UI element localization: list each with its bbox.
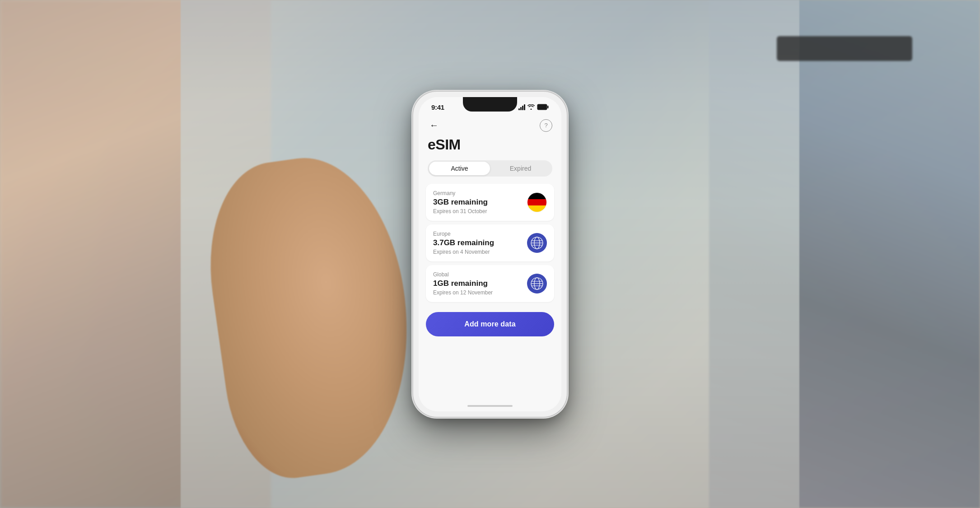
phone-screen: 9:41 [419, 97, 561, 411]
esim-card-global[interactable]: Global 1GB remaining Expires on 12 Novem… [426, 265, 554, 302]
signal-icon [518, 104, 525, 110]
add-more-data-button[interactable]: Add more data [426, 312, 554, 336]
background-sign [777, 36, 912, 61]
battery-icon [537, 104, 549, 110]
esim-info-germany: Germany 3GB remaining Expires on 31 Octo… [433, 190, 527, 214]
esim-expiry-global: Expires on 12 November [433, 289, 527, 296]
phone-body: 9:41 [413, 92, 567, 417]
help-icon: ? [544, 122, 547, 129]
phone-mockup: 9:41 [413, 92, 567, 417]
page-title: eSIM [419, 135, 561, 160]
esim-country-germany: Germany [433, 190, 527, 196]
esim-data-global: 1GB remaining [433, 279, 527, 288]
esim-country-europe: Europe [433, 231, 527, 237]
esim-data-germany: 3GB remaining [433, 198, 527, 207]
esim-expiry-europe: Expires on 4 November [433, 249, 527, 255]
tab-switcher: Active Expired [428, 160, 552, 177]
esim-info-europe: Europe 3.7GB remaining Expires on 4 Nove… [433, 231, 527, 255]
status-icons [518, 104, 549, 110]
tab-active[interactable]: Active [429, 162, 490, 175]
svg-rect-1 [547, 106, 549, 108]
back-button[interactable]: ← [428, 119, 440, 132]
esim-info-global: Global 1GB remaining Expires on 12 Novem… [433, 271, 527, 296]
esim-country-global: Global [433, 271, 527, 278]
phone-notch [463, 97, 517, 112]
tab-expired[interactable]: Expired [490, 162, 551, 175]
esim-card-europe[interactable]: Europe 3.7GB remaining Expires on 4 Nove… [426, 224, 554, 261]
wifi-icon [527, 104, 535, 110]
status-time: 9:41 [431, 103, 444, 111]
back-arrow-icon: ← [429, 120, 439, 130]
nav-bar: ← ? [419, 115, 561, 135]
germany-flag-icon [527, 192, 547, 212]
app-content: ← ? eSIM Active Expired [419, 115, 561, 406]
esim-data-europe: 3.7GB remaining [433, 238, 527, 247]
help-button[interactable]: ? [540, 119, 552, 132]
esim-list: Germany 3GB remaining Expires on 31 Octo… [419, 184, 561, 305]
home-indicator [467, 405, 513, 407]
esim-card-germany[interactable]: Germany 3GB remaining Expires on 31 Octo… [426, 184, 554, 221]
esim-expiry-germany: Expires on 31 October [433, 208, 527, 214]
europe-globe-icon [527, 233, 547, 253]
svg-rect-0 [537, 104, 547, 110]
global-globe-icon [527, 274, 547, 294]
